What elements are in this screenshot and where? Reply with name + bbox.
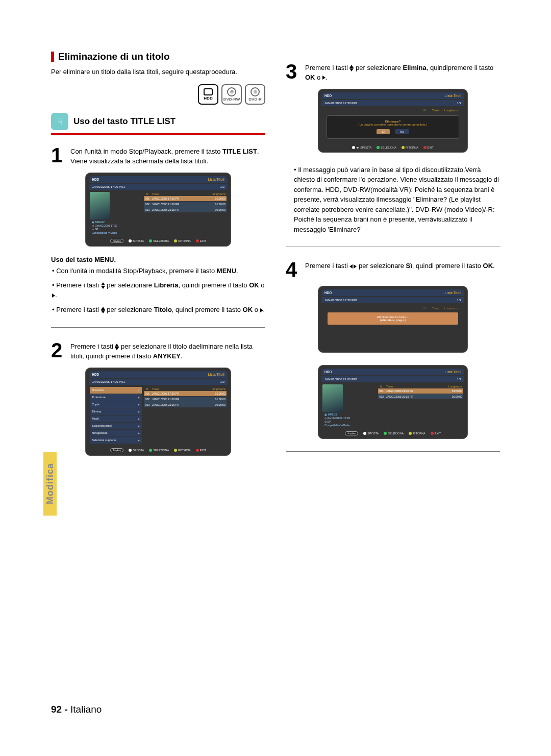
note-text: • Il messaggio può variare in base al ti…: [294, 165, 500, 235]
step-1-number: 1: [51, 145, 65, 166]
subheading: Uso del tasto TITLE LIST: [73, 116, 176, 127]
dialog-subtitle: (Le playlist correlate potrebbero venire…: [330, 123, 456, 126]
hand-icon: ☟: [51, 113, 68, 130]
context-item: Copia▸: [90, 401, 142, 408]
badge-dvd-rw: ◎DVD-RW: [221, 84, 242, 105]
context-item: Rinomina▸: [90, 387, 142, 394]
menu-bullet-2: • Premere i tasti per selezionare Librer…: [52, 281, 265, 300]
badge-hdd: HDD: [198, 84, 218, 105]
step-2-number: 2: [51, 340, 65, 361]
section-heading: Eliminazione di un titolo: [51, 51, 265, 62]
list-item: 002JAN/01/2006 21:00 PR01:00:00: [144, 202, 227, 207]
list-item: 001JAN/01/2006 17:30 PR01:00:00: [144, 196, 227, 201]
red-divider: [51, 133, 265, 135]
menu-bullet-1: • Con l'unità in modalità Stop/Playback,…: [52, 266, 265, 276]
list-item: 002JAN/01/2006 23:15 PR00:30:00: [378, 394, 463, 399]
context-item: Navigazione▸: [90, 430, 142, 436]
osd-screenshot-2: HDDLista Titoli JAN/01/2006 17:30 PR11/3…: [85, 368, 231, 456]
badge-dvd-r: ◎DVD-R: [245, 84, 265, 105]
step-1-text: Con l'unità in modo Stop/Playback, preme…: [70, 145, 265, 166]
osd-screenshot-progress: HDDLista Titoli JAN/01/2006 17:30 PR11/3…: [318, 286, 468, 353]
divider: [286, 451, 500, 452]
step-2-text: Premere i tasti per selezionare il titol…: [70, 340, 265, 361]
section-title: Eliminazione di un titolo: [58, 51, 170, 62]
list-item: 002JAN/01/2006 21:00 PR01:00:00: [144, 397, 227, 402]
step-4-number: 4: [286, 259, 300, 280]
section-tab-label: Modifica: [45, 463, 56, 504]
progress-line-2: (Attendere, prego.): [330, 319, 456, 322]
section-marker: [51, 52, 54, 62]
context-item: Seleziona supporto▸: [90, 437, 142, 444]
context-item: Sequenza brani▸: [90, 423, 142, 429]
context-item: Elimina▸: [90, 408, 142, 415]
menu-heading: Uso del tasto MENU.: [51, 256, 265, 263]
step-3-number: 3: [286, 61, 300, 83]
divider: [286, 247, 500, 247]
disc-badges: HDD ◎DVD-RW ◎DVD-R: [51, 84, 265, 105]
context-item: Protezione▸: [90, 394, 142, 401]
list-item: 001JAN/01/2006 21:00 PR01:00:00: [378, 388, 463, 394]
step-4-text: Premere i tasti per selezionare Sì, quin…: [305, 259, 495, 280]
osd-screenshot-dialog: HDDLista Titoli JAN/01/2006 17:30 PR11/3…: [318, 89, 468, 153]
divider: [51, 327, 265, 328]
list-item: 003JAN/01/2006 23:15 PR00:30:00: [144, 402, 227, 407]
menu-bullet-3: • Premere i tasti per selezionare Titolo…: [52, 305, 265, 315]
list-item: 003JAN/01/2006 23:15 PR00:30:00: [144, 207, 227, 212]
dialog-yes-button[interactable]: Sì: [377, 129, 390, 134]
context-item: Modif.▸: [90, 416, 142, 422]
page-footer: 92 - Italiano: [51, 704, 102, 715]
osd-screenshot-after: HDDLista Titoli JAN/01/2006 21:00 PR11/2…: [318, 365, 468, 439]
list-item: 001JAN/01/2006 17:30 PR01:00:00: [144, 391, 227, 396]
step-3-text: Premere i tasti per selezionare Elimina,…: [305, 61, 500, 83]
section-intro: Per eliminare un titolo dalla lista tito…: [51, 67, 265, 77]
dialog-no-button[interactable]: No: [395, 129, 409, 134]
osd-screenshot-1: HDDLista Titoli JAN/01/2006 17:30 PR11/3…: [85, 173, 231, 247]
section-tab: Modifica: [43, 452, 57, 516]
